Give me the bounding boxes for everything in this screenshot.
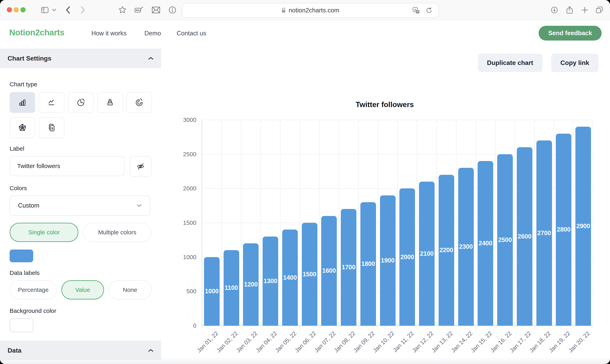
bar-value-label: 1200 (244, 281, 258, 288)
info-icon[interactable] (167, 0, 178, 20)
share-icon[interactable] (564, 0, 575, 20)
download-icon[interactable] (549, 0, 560, 20)
bar-Jan 01, 22[interactable]: 1000 (204, 257, 220, 326)
chart-title: Twitter followers (189, 101, 580, 109)
bar-Jan 18, 22[interactable]: 2700 (536, 141, 552, 326)
chart-type-doughnut-button[interactable] (126, 92, 152, 113)
x-tick-label: Jan 02, 22 (215, 330, 239, 354)
gridline-x (456, 120, 456, 328)
gridline-x (534, 120, 535, 328)
x-tick-label: Jan 09, 22 (352, 330, 376, 354)
send-feedback-button[interactable]: Send feedback (539, 26, 602, 40)
bar-value-label: 2600 (518, 233, 531, 240)
bar-Jan 03, 22[interactable]: 1200 (243, 243, 258, 326)
bar-Jan 02, 22[interactable]: 1100 (224, 250, 239, 326)
bar-Jan 16, 22[interactable]: 2500 (497, 154, 513, 326)
x-tick-label: Jan 10, 22 (372, 330, 396, 354)
bar-value-label: 2800 (557, 226, 570, 233)
chevron-down-icon[interactable] (51, 0, 57, 20)
bar-Jan 07, 22[interactable]: 1600 (321, 216, 337, 326)
x-tick-label: Jan 19, 22 (548, 330, 572, 354)
chart-type-grid: 9 (10, 92, 152, 138)
svg-text:A: A (414, 8, 416, 11)
data-labels-none-button[interactable]: None (108, 280, 152, 299)
sidebar-icon[interactable] (40, 0, 50, 20)
funnel-chart-icon (105, 98, 115, 107)
y-tick-label: 0 (174, 322, 196, 329)
chart-label-input[interactable] (10, 156, 125, 176)
gridline-x (554, 120, 554, 328)
data-labels-value-button[interactable]: Value (61, 280, 104, 299)
bar-value-label: 1300 (264, 277, 277, 285)
bar-value-label: 1500 (303, 271, 316, 278)
bar-Jan 12, 22[interactable]: 2100 (419, 182, 434, 326)
chart-settings-section-header[interactable]: Chart Settings (0, 49, 161, 68)
chart-type-pie-button[interactable] (68, 92, 94, 113)
chart-type-number-button[interactable]: 9 (39, 117, 64, 138)
forward-icon[interactable] (78, 0, 87, 20)
multiple-colors-button[interactable]: Multiple colors (83, 223, 152, 242)
reload-icon[interactable] (425, 7, 433, 14)
logo[interactable]: Notion2charts (9, 28, 64, 37)
gridline-x (358, 120, 359, 328)
data-labels-percentage-button[interactable]: Percentage (10, 280, 57, 299)
minimize-window-button[interactable] (14, 7, 19, 12)
y-tick-label: 1000 (174, 254, 196, 260)
nav-demo[interactable]: Demo (144, 30, 161, 37)
chevron-up-icon (148, 349, 154, 352)
x-tick-label: Jan 07, 22 (313, 330, 337, 354)
colors-dropdown[interactable]: Custom (10, 195, 150, 216)
gridline-x (475, 120, 476, 328)
bar-Jan 19, 22[interactable]: 2800 (556, 134, 571, 326)
bar-Jan 05, 22[interactable]: 1400 (282, 230, 298, 326)
chart-type-bar-button[interactable] (10, 92, 35, 113)
chart-type-line-button[interactable] (39, 92, 64, 113)
copy-link-button[interactable]: Copy link (551, 53, 598, 72)
single-color-button[interactable]: Single color (10, 223, 78, 242)
autofill-icon[interactable] (133, 0, 145, 20)
bar-Jan 17, 22[interactable]: 2600 (517, 147, 532, 326)
tabs-icon[interactable] (594, 0, 605, 20)
nav-how-it-works[interactable]: How it works (91, 30, 127, 37)
bar-Jan 15, 22[interactable]: 2400 (478, 161, 493, 326)
address-bar[interactable]: notion2charts.com A (182, 3, 439, 18)
gridline-x (495, 120, 495, 328)
x-tick-label: Jan 20, 22 (567, 330, 591, 354)
bar-Jan 09, 22[interactable]: 1800 (360, 202, 376, 326)
new-tab-icon[interactable] (580, 0, 590, 20)
background-color-label: Background color (10, 307, 152, 314)
bar-value-label: 2900 (576, 222, 590, 230)
translate-icon[interactable]: A (412, 6, 420, 14)
bar-Jan 06, 22[interactable]: 1500 (302, 223, 317, 326)
y-axis-line (202, 120, 202, 328)
bar-Jan 11, 22[interactable]: 2000 (399, 188, 415, 326)
back-icon[interactable] (64, 0, 72, 20)
x-tick-label: Jan 17, 22 (509, 330, 532, 354)
chart-type-radar-button[interactable] (10, 117, 35, 138)
chevron-down-icon (136, 204, 142, 207)
bar-Jan 08, 22[interactable]: 1700 (341, 209, 356, 326)
bar-Jan 10, 22[interactable]: 1900 (380, 195, 396, 326)
zoom-window-button[interactable] (20, 7, 26, 12)
nav-contact-us[interactable]: Contact us (176, 30, 206, 37)
x-tick-label: Jan 06, 22 (294, 330, 317, 354)
radar-chart-icon (18, 123, 27, 132)
mail-icon[interactable] (150, 0, 162, 20)
hide-label-button[interactable] (130, 156, 152, 177)
y-tick-label: 3000 (174, 117, 196, 123)
bar-value-label: 1100 (225, 284, 238, 291)
background-color-swatch[interactable] (10, 318, 33, 332)
chart-type-funnel-button[interactable] (97, 92, 123, 113)
bar-Jan 13, 22[interactable]: 2200 (439, 175, 454, 326)
close-window-button[interactable] (7, 7, 12, 12)
star-icon[interactable] (117, 0, 128, 20)
x-tick-label: Jan 13, 22 (430, 330, 454, 354)
x-tick-label: Jan 04, 22 (254, 330, 278, 354)
bar-Jan 14, 22[interactable]: 2300 (458, 168, 474, 326)
bar-Jan 04, 22[interactable]: 1300 (263, 236, 278, 326)
bar-Jan 20, 22[interactable]: 2900 (575, 127, 591, 326)
site-header: Notion2charts How it works Demo Contact … (0, 20, 610, 47)
bar-color-swatch[interactable] (10, 249, 33, 262)
duplicate-chart-button[interactable]: Duplicate chart (478, 53, 542, 72)
data-section-title: Data (8, 347, 21, 354)
